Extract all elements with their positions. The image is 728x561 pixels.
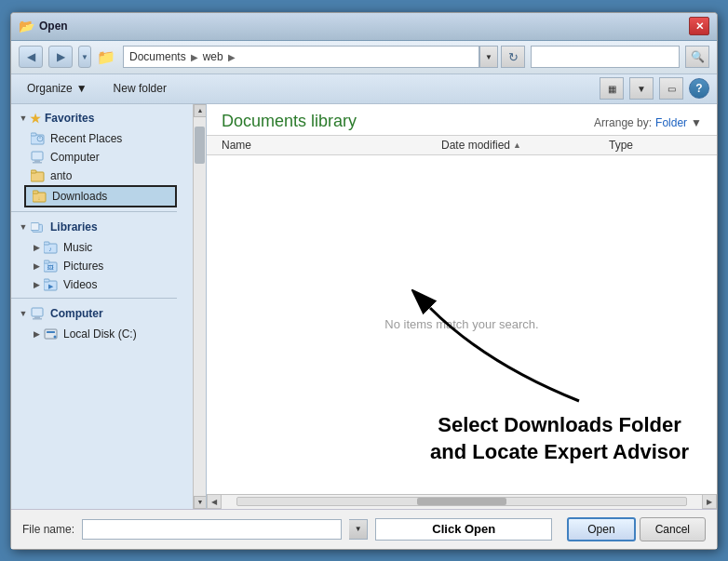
arrange-dropdown-icon[interactable]: ▼ [691, 116, 702, 129]
pictures-expand-icon: ▶ [30, 260, 43, 273]
refresh-button[interactable]: ↻ [501, 46, 525, 68]
music-label: Music [63, 241, 92, 254]
favorites-star-icon: ★ [30, 112, 41, 126]
no-items-message: No items match your search. [384, 317, 538, 331]
computer-expand-icon: ▼ [17, 307, 30, 320]
scrollbar-up-arrow[interactable]: ▲ [194, 104, 207, 117]
breadcrumb-sep2: ▶ [228, 52, 236, 62]
file-name-dropdown[interactable]: ▼ [349, 519, 368, 540]
anto-folder-icon [30, 168, 47, 183]
music-expand-icon: ▶ [30, 241, 43, 254]
sidebar-item-local-disk[interactable]: ▶ Local Disk (C:) [24, 325, 177, 343]
hscroll-thumb [417, 498, 506, 505]
scrollbar-thumb [195, 127, 205, 164]
favorites-label: Favorites [45, 112, 94, 125]
sidebar: ▼ ★ Favorites Recent Places [11, 104, 207, 509]
address-bar[interactable]: Documents ▶ web ▶ [123, 46, 479, 68]
svg-text:↓: ↓ [38, 195, 41, 201]
anto-label: anto [50, 169, 72, 182]
close-button[interactable]: ✕ [689, 17, 709, 35]
annotation-line1: Select Downloads Folder [438, 413, 681, 436]
downloads-label: Downloads [52, 190, 107, 203]
svg-rect-5 [34, 160, 40, 162]
open-dialog: 📂 Open ✕ ◀ ▶ ▼ 📁 Documents ▶ web ▶ ▼ ↻ [10, 12, 718, 550]
new-folder-button[interactable]: New folder [105, 77, 175, 100]
address-dropdown-button[interactable]: ▼ [479, 46, 498, 68]
scrollbar-down-arrow[interactable]: ▼ [194, 496, 207, 509]
search-icon-button[interactable]: 🔍 [685, 46, 709, 68]
svg-rect-23 [32, 308, 43, 316]
sidebar-scrollbar[interactable]: ▲ ▼ [193, 104, 206, 509]
computer-section-header[interactable]: ▼ Computer [11, 302, 177, 325]
open-button[interactable]: Open [567, 517, 635, 541]
secondary-toolbar: Organize ▼ New folder ▦ ▼ ▭ ? [11, 74, 717, 104]
cancel-button[interactable]: Cancel [640, 517, 706, 541]
annotation-arrow [411, 289, 598, 410]
bottom-bar: File name: ▼ Click Open Open Cancel [11, 509, 717, 549]
organize-dropdown-icon: ▼ [76, 82, 88, 95]
hscroll-left-arrow[interactable]: ◀ [207, 494, 222, 509]
toolbar2-right: ▦ ▼ ▭ ? [600, 77, 709, 100]
content-pane: Documents library Arrange by: Folder ▼ N… [207, 104, 717, 509]
forward-button[interactable]: ▶ [48, 46, 73, 68]
help-button[interactable]: ? [689, 78, 709, 99]
content-area: No items match your search. Select Downl… [207, 155, 717, 494]
view-icon: ▦ [608, 84, 616, 94]
back-button[interactable]: ◀ [19, 46, 43, 68]
sidebar-item-pictures[interactable]: ▶ 🖼 Pictures [24, 257, 177, 275]
svg-rect-6 [33, 162, 42, 164]
library-header: Documents library Arrange by: Folder ▼ [207, 104, 717, 136]
col-sort-arrow: ▲ [513, 140, 521, 150]
new-folder-label: New folder [114, 82, 167, 95]
nav-dropdown-button[interactable]: ▼ [78, 46, 91, 68]
libraries-icon [30, 220, 47, 234]
hscroll-track [236, 497, 687, 506]
computer-section-icon [30, 306, 47, 321]
arrange-by-value[interactable]: Folder [655, 116, 687, 129]
back-icon: ◀ [27, 50, 35, 63]
col-name-header[interactable]: Name [222, 139, 441, 152]
sidebar-item-anto[interactable]: anto [24, 167, 177, 185]
layout-button[interactable]: ▭ [659, 77, 683, 100]
col-date-label: Date modified [441, 139, 510, 152]
col-type-header[interactable]: Type [609, 139, 702, 152]
organize-button[interactable]: Organize ▼ [19, 77, 96, 100]
svg-rect-1 [31, 133, 36, 136]
computer-icon [30, 150, 47, 165]
computer-label: Computer [50, 151, 100, 164]
sidebar-item-computer[interactable]: Computer [24, 148, 177, 167]
sidebar-item-downloads[interactable]: ↓ Downloads [24, 185, 177, 207]
breadcrumb-documents: Documents [129, 50, 186, 63]
dialog-icon: 📂 [19, 19, 34, 33]
sidebar-divider2 [11, 298, 177, 299]
horizontal-scrollbar[interactable]: ◀ ▶ [207, 494, 717, 509]
hscroll-right-arrow[interactable]: ▶ [702, 494, 717, 509]
organize-label: Organize [27, 82, 73, 95]
svg-rect-4 [32, 152, 43, 160]
svg-text:🖼: 🖼 [47, 264, 54, 271]
col-date-header[interactable]: Date modified ▲ [441, 139, 609, 152]
address-toolbar: ◀ ▶ ▼ 📁 Documents ▶ web ▶ ▼ ↻ 🔍 [11, 41, 717, 74]
search-icon: 🔍 [691, 50, 705, 63]
view-toggle-button[interactable]: ▦ [600, 77, 624, 100]
arrange-by-label: Arrange by: [594, 116, 652, 129]
sidebar-item-music[interactable]: ▶ ♪ Music [24, 238, 177, 257]
svg-rect-27 [47, 331, 55, 333]
pictures-icon: 🖼 [43, 259, 60, 274]
local-disk-label: Local Disk (C:) [63, 327, 137, 341]
sidebar-item-videos[interactable]: ▶ ▶ Videos [24, 275, 177, 294]
svg-rect-13 [31, 222, 39, 230]
sidebar-item-recent-places[interactable]: Recent Places [24, 129, 177, 148]
search-input[interactable] [537, 50, 673, 63]
favorites-section-header[interactable]: ▼ ★ Favorites [11, 108, 177, 129]
address-bar-container: Documents ▶ web ▶ ▼ ↻ [123, 46, 525, 68]
view-arrow-button[interactable]: ▼ [629, 77, 654, 100]
libraries-section-header[interactable]: ▼ Libraries [11, 216, 177, 238]
dialog-title: Open [39, 20, 689, 33]
scrollbar-track [194, 117, 206, 496]
videos-expand-icon: ▶ [30, 278, 43, 291]
forward-icon: ▶ [57, 50, 65, 63]
click-open-label: Click Open [375, 518, 552, 541]
file-name-input[interactable] [82, 519, 342, 540]
svg-rect-24 [34, 316, 40, 318]
